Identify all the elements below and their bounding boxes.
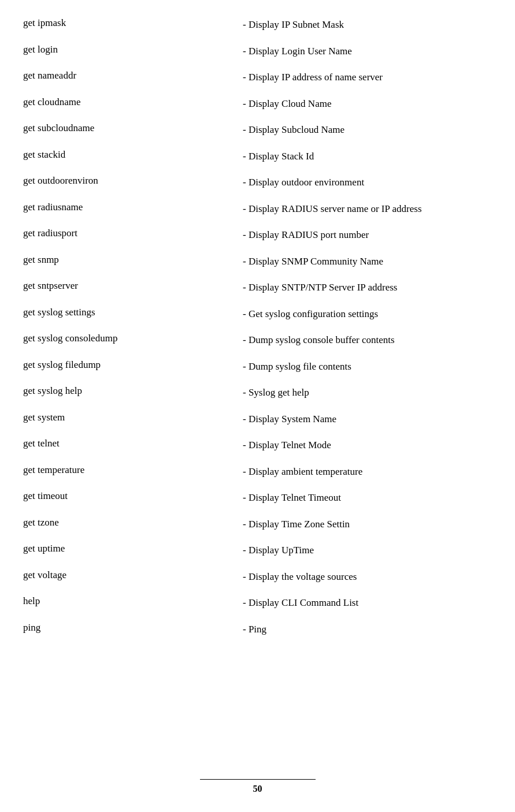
command-description: - Display SNTP/NTP Server IP address bbox=[243, 280, 492, 295]
command-name: get stackid bbox=[23, 149, 243, 161]
command-description: - Get syslog configuration settings bbox=[243, 307, 492, 322]
command-row: get timeout- Display Telnet Timeout bbox=[23, 485, 492, 511]
command-description: - Display outdoor environment bbox=[243, 175, 492, 190]
command-description: - Display Time Zone Settin bbox=[243, 517, 492, 532]
command-description: - Display CLI Command List bbox=[243, 595, 492, 610]
command-name: get syslog settings bbox=[23, 307, 243, 318]
command-description: - Display Cloud Name bbox=[243, 96, 492, 111]
command-name: get snmp bbox=[23, 254, 243, 266]
command-name: get uptime bbox=[23, 543, 243, 554]
command-row: get radiusport- Display RADIUS port numb… bbox=[23, 222, 492, 248]
command-row: get ipmask- Display IP Subnet Mask bbox=[23, 12, 492, 38]
command-description: - Display RADIUS server name or IP addre… bbox=[243, 202, 492, 217]
command-row: get uptime- Display UpTime bbox=[23, 537, 492, 564]
command-name: get temperature bbox=[23, 464, 243, 476]
command-row: get telnet- Display Telnet Mode bbox=[23, 432, 492, 459]
command-description: - Display Login User Name bbox=[243, 44, 492, 59]
command-row: get voltage- Display the voltage sources bbox=[23, 564, 492, 590]
command-description: - Display Telnet Mode bbox=[243, 438, 492, 453]
command-name: get outdoorenviron bbox=[23, 175, 243, 187]
command-row: get nameaddr- Display IP address of name… bbox=[23, 64, 492, 91]
command-name: get syslog filedump bbox=[23, 359, 243, 371]
command-row: help- Display CLI Command List bbox=[23, 590, 492, 616]
command-description: - Display Stack Id bbox=[243, 149, 492, 164]
command-name: get ipmask bbox=[23, 17, 243, 29]
command-row: get system- Display System Name bbox=[23, 406, 492, 433]
command-row: get syslog filedump- Dump syslog file co… bbox=[23, 353, 492, 380]
command-row: get tzone- Display Time Zone Settin bbox=[23, 511, 492, 538]
command-description: - Display IP Subnet Mask bbox=[243, 17, 492, 32]
command-name: get syslog consoledump bbox=[23, 333, 243, 344]
page-number: 50 bbox=[253, 784, 262, 794]
command-row: get temperature- Display ambient tempera… bbox=[23, 459, 492, 485]
command-description: - Display SNMP Community Name bbox=[243, 254, 492, 269]
command-description: - Display ambient temperature bbox=[243, 464, 492, 479]
command-name: get login bbox=[23, 44, 243, 55]
command-row: get syslog help- Syslog get help bbox=[23, 379, 492, 406]
command-name: ping bbox=[23, 622, 243, 634]
command-row: get cloudname- Display Cloud Name bbox=[23, 91, 492, 117]
command-name: get syslog help bbox=[23, 385, 243, 397]
command-description: - Display System Name bbox=[243, 412, 492, 427]
command-row: ping- Ping bbox=[23, 616, 492, 643]
command-name: get timeout bbox=[23, 490, 243, 502]
footer-divider bbox=[200, 779, 316, 780]
command-name: get cloudname bbox=[23, 96, 243, 108]
command-row: get login- Display Login User Name bbox=[23, 38, 492, 65]
command-description: - Ping bbox=[243, 622, 492, 637]
command-name: get subcloudname bbox=[23, 122, 243, 134]
command-description: - Dump syslog file contents bbox=[243, 359, 492, 374]
command-list: get ipmask- Display IP Subnet Maskget lo… bbox=[23, 12, 492, 642]
command-name: get tzone bbox=[23, 517, 243, 528]
command-description: - Syslog get help bbox=[243, 385, 492, 400]
command-description: - Display RADIUS port number bbox=[243, 228, 492, 243]
command-description: - Display the voltage sources bbox=[243, 569, 492, 584]
command-name: get system bbox=[23, 412, 243, 423]
command-row: get sntpserver- Display SNTP/NTP Server … bbox=[23, 274, 492, 301]
command-row: get stackid- Display Stack Id bbox=[23, 143, 492, 170]
command-row: get subcloudname- Display Subcloud Name bbox=[23, 117, 492, 143]
command-description: - Display IP address of name server bbox=[243, 70, 492, 85]
command-name: get nameaddr bbox=[23, 70, 243, 81]
command-description: - Dump syslog console buffer contents bbox=[243, 333, 492, 348]
command-description: - Display Telnet Timeout bbox=[243, 490, 492, 505]
command-row: get syslog consoledump- Dump syslog cons… bbox=[23, 327, 492, 353]
command-name: get voltage bbox=[23, 569, 243, 581]
command-name: get radiusname bbox=[23, 202, 243, 213]
command-name: help bbox=[23, 595, 243, 607]
page-footer: 50 bbox=[0, 779, 515, 795]
command-row: get snmp- Display SNMP Community Name bbox=[23, 248, 492, 275]
command-name: get radiusport bbox=[23, 228, 243, 239]
command-row: get radiusname- Display RADIUS server na… bbox=[23, 196, 492, 222]
command-row: get outdoorenviron- Display outdoor envi… bbox=[23, 169, 492, 196]
command-description: - Display Subcloud Name bbox=[243, 122, 492, 137]
command-description: - Display UpTime bbox=[243, 543, 492, 558]
command-name: get telnet bbox=[23, 438, 243, 449]
command-name: get sntpserver bbox=[23, 280, 243, 292]
command-row: get syslog settings- Get syslog configur… bbox=[23, 301, 492, 327]
